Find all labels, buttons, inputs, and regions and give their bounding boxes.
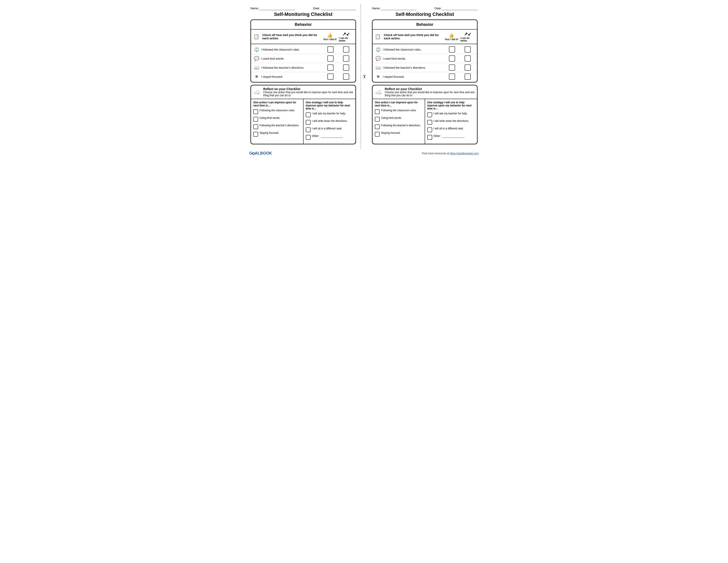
- left-date-field[interactable]: [321, 7, 356, 10]
- left-check-yes-3: [323, 64, 338, 71]
- left-reflect-col2: One strategy I will use to help improve …: [304, 99, 356, 144]
- right-col2-text-2: I will write down the directions.: [433, 119, 469, 122]
- right-checkbox-cando-2[interactable]: [465, 55, 471, 62]
- right-checkbox-cando-1[interactable]: [465, 46, 471, 53]
- left-col2-item-2: I will write down the directions.: [306, 119, 353, 125]
- left-col1-check-4[interactable]: [253, 132, 258, 137]
- right-behavior-text-4: I stayed focused.: [383, 75, 443, 78]
- right-main-title: Self-Monitoring Checklist: [372, 11, 478, 17]
- right-check-instructions-row: 📋 Check off how well you think you did f…: [373, 30, 477, 44]
- right-check-yes-1: [445, 46, 459, 53]
- right-cando-label: ↗↙ I can do better: [460, 31, 475, 42]
- left-reflect-header-text: Reflect on your Checklist Choose one act…: [263, 87, 353, 97]
- right-yes-label: 👍 Yes! I did it!: [444, 33, 459, 41]
- scissors-divider: ✂: [361, 4, 368, 149]
- right-check-cando-4: [460, 73, 475, 80]
- right-col2-check-2[interactable]: [427, 120, 432, 125]
- right-focus-icon: ✳: [375, 74, 381, 79]
- left-reflect-section: ☁️ Reflect on your Checklist Choose one …: [250, 85, 356, 144]
- right-col1-check-4[interactable]: [375, 132, 380, 137]
- left-checkbox-cando-1[interactable]: [343, 46, 349, 53]
- right-checkbox-yes-3[interactable]: [449, 64, 455, 71]
- right-col1-item-3: Following the teacher's directions.: [375, 124, 422, 129]
- left-checkbox-yes-2[interactable]: [327, 55, 334, 62]
- right-checkbox-yes-1[interactable]: [449, 46, 455, 53]
- right-col2-check-1[interactable]: [427, 112, 432, 117]
- right-col2-item-2: I will write down the directions.: [427, 119, 475, 125]
- left-cloud-icon: ☁️: [253, 88, 261, 96]
- left-checkbox-cando-2[interactable]: [343, 55, 349, 62]
- left-col1-text-3: Following the teacher's directions.: [259, 124, 299, 127]
- right-col1-text-4: Staying focused.: [381, 131, 401, 134]
- left-focus-icon: ✳: [253, 74, 260, 79]
- left-behavior-row-3: 📖 I followed the teacher's directions.: [251, 63, 355, 72]
- right-yes-text: Yes! I did it!: [445, 38, 458, 41]
- left-col1-check-2[interactable]: [253, 117, 258, 122]
- left-col2-text-3: I will sit in a different seat.: [312, 127, 342, 130]
- right-checkbox-cando-4[interactable]: [465, 73, 471, 80]
- right-cando-text: I can do better: [460, 37, 475, 42]
- left-col2-check-3[interactable]: [306, 127, 311, 132]
- left-checklist-box: Behavior 📋 Check off how well you think …: [250, 19, 356, 83]
- right-reflect-section: ☁️ Reflect on your Checklist Choose one …: [372, 85, 478, 144]
- right-col2-item-1: I will ask my teacher for help.: [427, 112, 475, 117]
- left-main-title: Self-Monitoring Checklist: [250, 11, 356, 17]
- right-book-icon: 📖: [375, 65, 381, 70]
- left-cando-label: ↗↙ I can do better: [339, 31, 353, 42]
- right-check-cando-3: [460, 64, 475, 71]
- left-name-label: Name:: [250, 7, 295, 10]
- right-col1-text-2: Using kind words.: [381, 116, 402, 119]
- right-col2-check-3[interactable]: [427, 127, 432, 132]
- left-checkbox-yes-1[interactable]: [327, 46, 334, 53]
- find-more-text: Find more resources at: [422, 152, 450, 155]
- right-date-label: Date:: [435, 7, 478, 10]
- right-reflect-col1: One action I can improve upon for next t…: [373, 99, 425, 144]
- left-checkbox-yes-3[interactable]: [327, 64, 334, 71]
- left-col1-item-3: Following the teacher's directions.: [253, 124, 301, 129]
- right-reflect-desc: Choose one action that you would like to…: [385, 91, 475, 97]
- right-checkbox-yes-4[interactable]: [449, 73, 455, 80]
- right-reflect-header-text: Reflect on your Checklist Choose one act…: [385, 87, 475, 97]
- goalbookapp-link[interactable]: https://goalbookapp.com: [450, 152, 479, 155]
- left-scale-icon: ⚖️: [253, 47, 260, 52]
- left-name-field[interactable]: [260, 7, 295, 10]
- left-col2-check-1[interactable]: [306, 112, 311, 117]
- right-col2-item-3: I will sit in a different seat.: [427, 127, 475, 132]
- left-behavior-text-4: I stayed focused.: [261, 75, 322, 78]
- left-checkbox-yes-4[interactable]: [327, 73, 334, 80]
- left-col1-text-4: Staying focused.: [259, 131, 279, 134]
- left-col1-check-1[interactable]: [253, 109, 258, 114]
- right-reflect-col2: One strategy I will use to help improve …: [425, 99, 477, 144]
- right-col2-item-4: Other:: [427, 134, 475, 140]
- left-reflect-body: One action I can improve upon for next t…: [251, 99, 355, 144]
- right-check-cando-2: [460, 55, 475, 62]
- right-header: Name: Date:: [372, 7, 478, 10]
- right-reflect-header: ☁️ Reflect on your Checklist Choose one …: [373, 85, 477, 99]
- right-col1-check-1[interactable]: [375, 109, 380, 114]
- right-checkbox-cando-3[interactable]: [465, 64, 471, 71]
- scissors-icon: ✂: [361, 75, 367, 79]
- right-col2-check-4[interactable]: [427, 135, 432, 140]
- left-check-instructions-row: 📋 Check off how well you think you did f…: [251, 30, 355, 44]
- right-date-field[interactable]: [442, 7, 478, 10]
- left-col1-check-3[interactable]: [253, 124, 258, 129]
- left-col1-title: One action I can improve upon for next t…: [253, 101, 301, 107]
- left-checkbox-cando-3[interactable]: [343, 64, 349, 71]
- left-col2-text-1: I will ask my teacher for help.: [312, 112, 346, 115]
- left-speech-icon: 💬: [253, 56, 260, 61]
- left-col1-text-2: Using kind words.: [259, 116, 280, 119]
- right-behavior-text-2: I used kind words.: [383, 57, 443, 60]
- left-behavior-text-3: I followed the teacher's directions.: [261, 66, 322, 69]
- left-col2-item-4: Other:: [306, 134, 353, 140]
- right-arrow-icon: ↗↙: [464, 31, 471, 37]
- left-check-instructions-text: Check off how well you think you did for…: [262, 33, 321, 40]
- left-col2-check-4[interactable]: [306, 135, 311, 140]
- left-checkbox-cando-4[interactable]: [343, 73, 349, 80]
- left-reflect-desc: Choose one action that you would like to…: [263, 91, 353, 97]
- left-col2-check-2[interactable]: [306, 120, 311, 125]
- right-name-field[interactable]: [381, 7, 417, 10]
- left-col1-item-4: Staying focused.: [253, 131, 301, 137]
- right-col1-check-2[interactable]: [375, 117, 380, 122]
- right-checkbox-yes-2[interactable]: [449, 55, 455, 62]
- right-col1-check-3[interactable]: [375, 124, 380, 129]
